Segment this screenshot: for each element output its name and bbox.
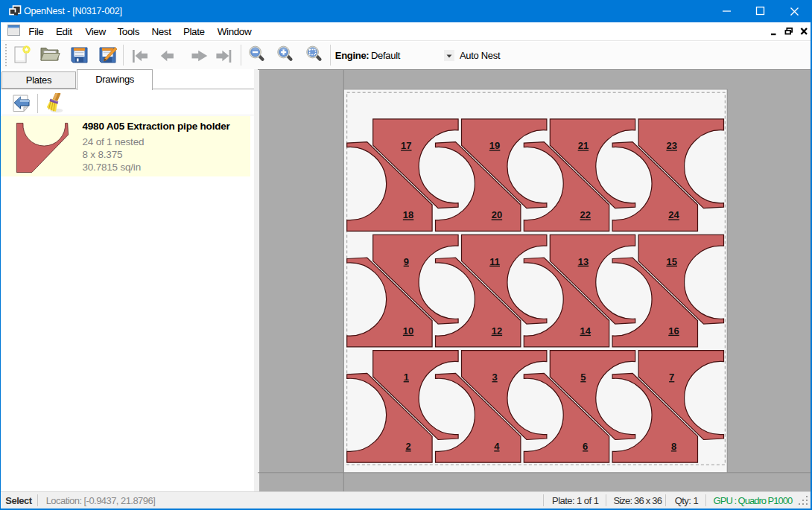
svg-text:4: 4: [494, 441, 500, 452]
svg-text:3: 3: [492, 372, 497, 383]
svg-text:10: 10: [403, 325, 413, 337]
svg-text:18: 18: [403, 209, 413, 220]
svg-text:22: 22: [580, 209, 590, 220]
svg-text:23: 23: [666, 140, 676, 151]
svg-text:9: 9: [404, 256, 409, 267]
svg-text:20: 20: [492, 209, 502, 220]
svg-text:7: 7: [669, 372, 674, 383]
svg-text:21: 21: [578, 140, 589, 151]
svg-text:16: 16: [668, 325, 679, 337]
svg-text:15: 15: [666, 256, 676, 267]
svg-text:12: 12: [492, 325, 502, 337]
svg-text:8: 8: [671, 441, 676, 452]
svg-text:5: 5: [580, 372, 586, 383]
svg-text:14: 14: [580, 325, 591, 337]
svg-text:1: 1: [404, 372, 409, 383]
svg-text:2: 2: [405, 441, 410, 452]
svg-text:13: 13: [578, 256, 589, 267]
svg-text:11: 11: [489, 256, 500, 267]
svg-text:6: 6: [583, 441, 588, 452]
svg-text:19: 19: [489, 140, 500, 151]
svg-text:17: 17: [401, 140, 411, 151]
svg-text:24: 24: [668, 209, 679, 220]
